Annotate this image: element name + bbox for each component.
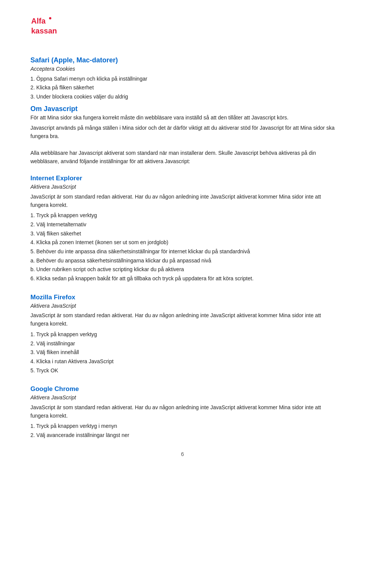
page-content: Alfa kassan Safari (Apple, Mac-datorer) … <box>0 0 365 480</box>
ie-intro: JavaScript är som standard redan aktiver… <box>30 193 335 209</box>
firefox-section: Mozilla Firefox Aktivera JavaScript Java… <box>30 294 335 375</box>
chrome-step-2: 2. Välj avancerade inställningar längst … <box>30 431 335 440</box>
ie-step-3: 3. Välj fliken säkerhet <box>30 230 335 238</box>
safari-steps: 1. Öppna Safari menyn och klicka på inst… <box>30 75 335 101</box>
logo: Alfa kassan <box>30 15 335 45</box>
page-number: 6 <box>30 451 335 457</box>
safari-step-1: 1. Öppna Safari menyn och klicka på inst… <box>30 75 335 83</box>
svg-text:kassan: kassan <box>31 27 57 35</box>
javascript-heading: Om Javascript <box>30 105 335 113</box>
javascript-para3: Alla webbläsare har Javascript aktiverat… <box>30 149 335 165</box>
internet-explorer-section: Internet Explorer Aktivera JavaScript Ja… <box>30 175 335 283</box>
firefox-step-5: 5. Tryck OK <box>30 367 335 375</box>
chrome-steps: 1. Tryck på knappen verktyg i menyn 2. V… <box>30 422 335 439</box>
safari-subtitle: Acceptera Cookies <box>30 65 335 73</box>
safari-step-3: 3. Under blockera cookies väljer du aldr… <box>30 93 335 101</box>
safari-step-2: 2. Klicka på fliken säkerhet <box>30 84 335 92</box>
firefox-step-2: 2. Välj inställningar <box>30 340 335 348</box>
firefox-subtitle: Aktivera JavaScript <box>30 302 335 310</box>
ie-step-1: 1. Tryck på knappen verktyg <box>30 211 335 220</box>
firefox-steps: 1. Tryck på knappen verktyg 2. Välj inst… <box>30 331 335 375</box>
chrome-section: Google Chrome Aktivera JavaScript JavaSc… <box>30 385 335 439</box>
chrome-subtitle: Aktivera JavaScript <box>30 394 335 402</box>
chrome-step-1: 1. Tryck på knappen verktyg i menyn <box>30 422 335 431</box>
firefox-step-1: 1. Tryck på knappen verktyg <box>30 331 335 339</box>
ie-step-6: 6. Klicka sedan på knappen bakåt för att… <box>30 275 335 283</box>
javascript-section: Om Javascript För att Mina sidor ska fun… <box>30 105 335 165</box>
chrome-heading: Google Chrome <box>30 385 335 393</box>
safari-heading: Safari (Apple, Mac-datorer) <box>30 56 335 64</box>
javascript-intro2: Javascript används på många ställen i Mi… <box>30 124 335 140</box>
ie-subtitle: Aktivera JavaScript <box>30 183 335 191</box>
ie-heading: Internet Explorer <box>30 175 335 182</box>
firefox-step-3: 3. Välj fliken innehåll <box>30 348 335 357</box>
ie-step-4: 4. Klicka på zonen Internet (ikonen ser … <box>30 238 335 247</box>
chrome-intro: JavaScript är som standard redan aktiver… <box>30 404 335 420</box>
firefox-intro: JavaScript är som standard redan aktiver… <box>30 311 335 328</box>
svg-text:Alfa: Alfa <box>31 17 46 25</box>
safari-section: Safari (Apple, Mac-datorer) Acceptera Co… <box>30 56 335 101</box>
ie-steps: 1. Tryck på knappen verktyg 2. Välj Inte… <box>30 211 335 283</box>
svg-point-1 <box>49 17 51 19</box>
ie-step-2: 2. Välj Internetalternativ <box>30 221 335 229</box>
ie-step-5b: b. Under rubriken script och active scri… <box>30 265 335 274</box>
ie-step-5: 5. Behöver du inte anpassa dina säkerhet… <box>30 248 335 256</box>
logo-icon: Alfa kassan <box>30 15 61 36</box>
firefox-heading: Mozilla Firefox <box>30 294 335 301</box>
javascript-intro1: För att Mina sidor ska fungera korrekt m… <box>30 114 335 122</box>
firefox-step-4: 4. Klicka i rutan Aktivera JavaScript <box>30 358 335 366</box>
ie-step-5a: a. Behöver du anpassa säkerhetsinställni… <box>30 257 335 265</box>
